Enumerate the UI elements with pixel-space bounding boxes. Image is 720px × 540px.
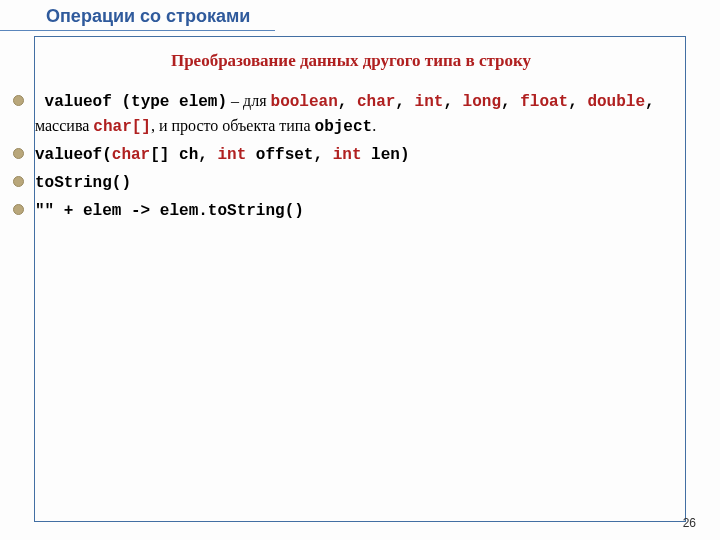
code-text: object <box>315 118 373 136</box>
keyword: char[] <box>93 118 151 136</box>
body-text: , и просто объекта типа <box>151 117 315 134</box>
keyword: char <box>357 93 395 111</box>
list-item: toString() <box>13 170 667 195</box>
keyword: double <box>587 93 645 111</box>
code-text: [] ch, <box>150 146 217 164</box>
code-text: valueof( <box>35 146 112 164</box>
code-text: valueof (type elem) <box>45 93 227 111</box>
body-text: – для <box>227 92 270 109</box>
body-text: массива <box>35 117 93 134</box>
code-text: "" + elem -> elem.toString() <box>35 202 304 220</box>
code-text: , <box>395 93 414 111</box>
code-text: , <box>338 93 357 111</box>
keyword: float <box>520 93 568 111</box>
code-text: , <box>645 93 655 111</box>
keyword: int <box>333 146 362 164</box>
code-text: , <box>568 93 587 111</box>
page-number: 26 <box>683 516 696 530</box>
code-text: len) <box>361 146 409 164</box>
code-text <box>35 93 45 111</box>
title-underline <box>0 30 275 31</box>
keyword: int <box>217 146 246 164</box>
keyword: boolean <box>271 93 338 111</box>
list-item: valueof (type elem) – для boolean, char,… <box>13 89 667 139</box>
content-frame: Преобразование данных другого типа в стр… <box>34 36 686 522</box>
code-text: toString() <box>35 174 131 192</box>
code-text: , <box>443 93 462 111</box>
list-item: "" + elem -> elem.toString() <box>13 198 667 223</box>
code-text: offset, <box>246 146 332 164</box>
subtitle: Преобразование данных другого типа в стр… <box>35 51 667 71</box>
keyword: char <box>112 146 150 164</box>
code-text: , <box>501 93 520 111</box>
bullet-list: valueof (type elem) – для boolean, char,… <box>35 89 667 223</box>
page-title: Операции со строками <box>0 0 720 31</box>
keyword: long <box>463 93 501 111</box>
keyword: int <box>415 93 444 111</box>
list-item: valueof(char[] ch, int offset, int len) <box>13 142 667 167</box>
body-text: . <box>372 117 376 134</box>
